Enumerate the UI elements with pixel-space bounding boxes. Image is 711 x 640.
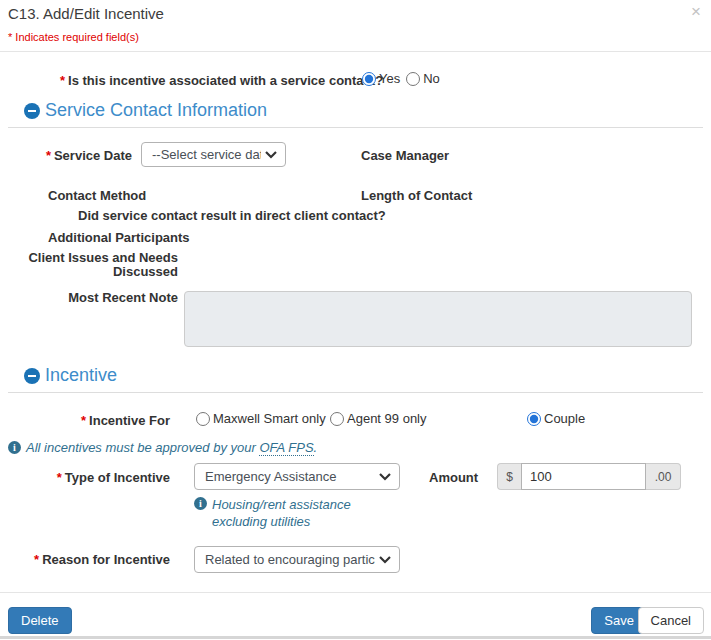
case-manager-label: Case Manager (361, 148, 449, 163)
required-asterisk: * (46, 148, 51, 163)
radio-option-yes[interactable]: Yes (362, 71, 400, 86)
radio-option-agent-99-only[interactable]: Agent 99 only (330, 411, 427, 426)
ofa-fps-abbr[interactable]: OFA FPS (259, 440, 313, 456)
most-recent-note-label: Most Recent Note (8, 290, 178, 305)
section-title-incentive: Incentive (45, 365, 117, 386)
amount-input-group: $ .00 (497, 463, 681, 490)
info-icon: i (194, 497, 207, 510)
additional-participants-label: Additional Participants (48, 230, 190, 245)
type-of-incentive-label: *Type of Incentive (8, 470, 170, 485)
close-icon[interactable]: × (691, 3, 701, 20)
dollar-prefix: $ (497, 463, 521, 490)
required-asterisk: * (81, 413, 86, 428)
reason-for-incentive-label: *Reason for Incentive (8, 552, 170, 567)
radio-option-maxwell-smart-only[interactable]: Maxwell Smart only (196, 411, 326, 426)
service-contact-question-label: *Is this incentive associated with a ser… (60, 73, 383, 88)
required-asterisk: * (60, 73, 65, 88)
header-divider (0, 51, 711, 52)
footer-divider (0, 592, 711, 593)
chevron-down-icon (379, 556, 391, 564)
reason-for-incentive-select[interactable]: Related to encouraging participati (194, 546, 400, 573)
service-contact-question-radios: Yes No (362, 71, 440, 86)
cancel-button[interactable]: Cancel (638, 607, 704, 634)
section-divider (8, 127, 703, 128)
amount-label: Amount (429, 470, 478, 485)
yes-radio[interactable] (362, 72, 376, 86)
type-of-incentive-hint: i Housing/rent assistance excluding util… (194, 496, 406, 530)
page-title: C13. Add/Edit Incentive (8, 5, 164, 22)
radio-option-couple[interactable]: Couple (527, 411, 585, 426)
section-divider (8, 392, 703, 393)
length-of-contact-label: Length of Contact (361, 188, 472, 203)
chevron-down-icon (265, 151, 277, 159)
collapse-section-icon[interactable] (24, 103, 40, 119)
most-recent-note-textarea (184, 291, 692, 347)
contact-method-label: Contact Method (48, 188, 146, 203)
section-title-service-contact: Service Contact Information (45, 100, 267, 121)
radio-option-no[interactable]: No (406, 71, 440, 86)
chevron-down-icon (379, 473, 391, 481)
couple-radio[interactable] (527, 412, 541, 426)
incentive-for-label: *Incentive For (8, 413, 170, 428)
info-icon: i (8, 441, 21, 454)
collapse-section-icon[interactable] (24, 368, 40, 384)
delete-button[interactable]: Delete (8, 607, 72, 634)
required-asterisk: * (34, 552, 39, 567)
service-date-label: *Service Date (8, 148, 132, 163)
approval-info-note: i All incentives must be approved by you… (8, 440, 317, 455)
add-edit-incentive-modal: C13. Add/Edit Incentive × * Indicates re… (0, 0, 711, 640)
cents-suffix: .00 (646, 463, 681, 490)
maxwell-smart-only-radio[interactable] (196, 412, 210, 426)
service-date-select[interactable]: --Select service date (141, 142, 286, 167)
agent-99-only-radio[interactable] (330, 412, 344, 426)
required-fields-note: * Indicates required field(s) (8, 31, 139, 43)
amount-input[interactable] (521, 463, 646, 490)
client-issues-label: Client Issues and Needs Discussed (8, 251, 178, 279)
type-of-incentive-select[interactable]: Emergency Assistance (194, 463, 400, 490)
direct-client-contact-label: Did service contact result in direct cli… (78, 208, 386, 223)
modal-bottom-shadow (0, 636, 711, 639)
required-asterisk: * (57, 470, 62, 485)
no-radio[interactable] (406, 72, 420, 86)
